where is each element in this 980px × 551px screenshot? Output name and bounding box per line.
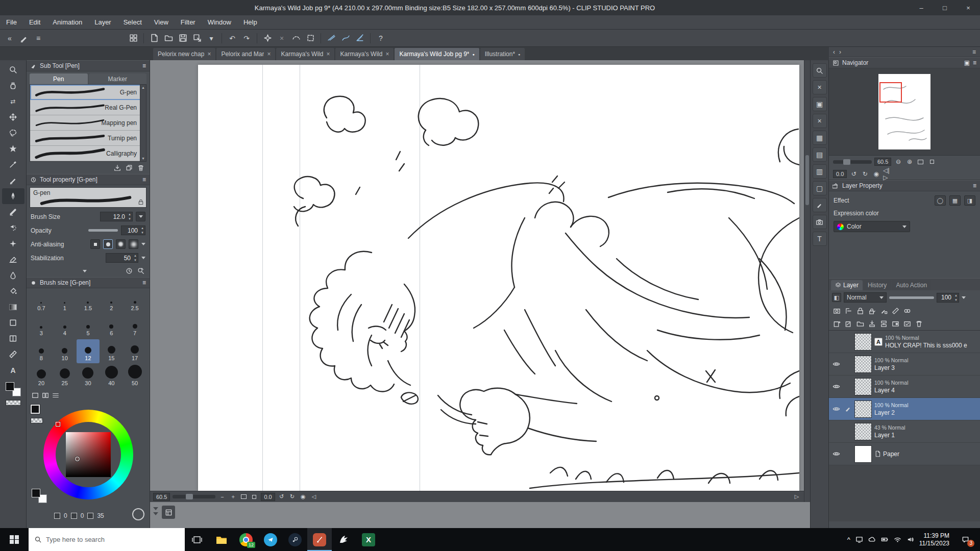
- palette-menu-icon[interactable]: ≡: [142, 62, 146, 69]
- scrollbar-thumb[interactable]: [805, 155, 809, 205]
- nav-zoom-slider[interactable]: [833, 160, 872, 164]
- expression-color-dropdown[interactable]: Color: [834, 221, 910, 232]
- marker-tool-icon[interactable]: [2, 204, 24, 220]
- aa-caret-icon[interactable]: [141, 243, 145, 245]
- panel-expand-icon[interactable]: ▣: [964, 59, 970, 66]
- doc-tab[interactable]: Pelorix and Mar×: [216, 48, 275, 60]
- snap-ruler-icon[interactable]: [325, 32, 338, 45]
- rotate-ccw-icon[interactable]: ↺: [278, 493, 286, 501]
- menu-animation[interactable]: Animation: [46, 15, 88, 29]
- pen-tool-icon[interactable]: [2, 188, 24, 204]
- gradient-tool-icon[interactable]: [2, 299, 24, 315]
- eraser-tool-icon[interactable]: [2, 252, 24, 267]
- decoration-tool-icon[interactable]: [2, 236, 24, 252]
- scroll-left-icon[interactable]: ◁: [310, 493, 318, 501]
- aa-none-button[interactable]: [90, 239, 100, 249]
- open-file-icon[interactable]: [162, 32, 175, 45]
- layer-opacity-slider[interactable]: [889, 296, 934, 299]
- trash-icon[interactable]: [137, 164, 144, 171]
- nav-flip-horizontal-icon[interactable]: ◁|▷: [883, 169, 892, 178]
- visibility-toggle[interactable]: [831, 360, 841, 368]
- menu-help[interactable]: Help: [237, 15, 263, 29]
- layer-thumbnail[interactable]: [854, 445, 872, 463]
- size-cell[interactable]: 40: [100, 364, 123, 388]
- hue-ring[interactable]: [43, 410, 133, 499]
- saturation-value-icon[interactable]: [71, 513, 77, 519]
- vertical-scrollbar[interactable]: [804, 60, 810, 502]
- clip-studio-icon[interactable]: [127, 32, 140, 45]
- new-folder-icon[interactable]: [856, 320, 864, 328]
- link-icon[interactable]: [903, 307, 911, 315]
- export-icon[interactable]: [190, 32, 204, 45]
- transparent-color-swatch[interactable]: [6, 400, 21, 406]
- spinner-arrows-icon[interactable]: ▲▼: [128, 212, 131, 221]
- scroll-right-icon[interactable]: ▷: [793, 493, 801, 501]
- zoom-slider[interactable]: [173, 495, 215, 498]
- tray-clock[interactable]: 11:39 PM 11/15/2023: [919, 532, 949, 547]
- lasso-tool-icon[interactable]: [2, 125, 24, 141]
- start-button[interactable]: [0, 528, 29, 551]
- ruler-snap-icon[interactable]: [892, 307, 899, 315]
- hue-value-icon[interactable]: [54, 513, 60, 519]
- layer-row-selected[interactable]: 100 % Normal Layer 2: [829, 398, 980, 420]
- size-cell[interactable]: 3: [30, 314, 53, 338]
- brush-item[interactable]: G-pen: [30, 85, 146, 100]
- maximize-button[interactable]: □: [933, 0, 957, 15]
- rotate-cw-icon[interactable]: ↻: [288, 493, 297, 501]
- new-layer-icon[interactable]: [833, 320, 841, 328]
- size-cell[interactable]: 2.5: [123, 289, 146, 313]
- color-history-dial-icon[interactable]: [132, 508, 144, 520]
- select-border-icon[interactable]: [304, 32, 317, 45]
- opacity-slider[interactable]: [88, 229, 118, 232]
- steam-button[interactable]: [283, 528, 307, 551]
- reset-rotation-icon[interactable]: ◉: [299, 493, 307, 501]
- size-cell[interactable]: 17: [123, 339, 146, 363]
- menu-layer[interactable]: Layer: [88, 15, 117, 29]
- brightness-value-icon[interactable]: [87, 513, 93, 519]
- save-icon[interactable]: [176, 32, 189, 45]
- nav-rotation-value[interactable]: 0.0: [833, 170, 847, 178]
- effect-border-icon[interactable]: ◯: [935, 195, 946, 206]
- canvas-page[interactable]: [198, 65, 799, 491]
- pen-lock-icon[interactable]: [880, 307, 888, 315]
- brush-item[interactable]: Mapping pen: [30, 115, 146, 131]
- ruler-tool-icon[interactable]: [2, 346, 24, 362]
- opacity-input[interactable]: 100▲▼: [121, 226, 145, 235]
- quick-zoom-icon[interactable]: [813, 63, 827, 78]
- display-tray-icon[interactable]: [855, 536, 863, 543]
- apply-mask-icon[interactable]: [903, 320, 911, 328]
- opacity-caret-icon[interactable]: [962, 296, 966, 299]
- pen-settings-icon[interactable]: [17, 32, 31, 45]
- transparent-chip[interactable]: [31, 418, 43, 423]
- redo-icon[interactable]: ↷: [240, 32, 253, 45]
- size-cell[interactable]: 4: [53, 314, 77, 338]
- selection-launcher-icon[interactable]: [162, 506, 175, 519]
- main-sub-color-pair[interactable]: [32, 489, 47, 503]
- size-cell[interactable]: 50: [123, 364, 146, 388]
- size-cell[interactable]: 7: [123, 314, 146, 338]
- brush-item[interactable]: Turnip pen: [30, 131, 146, 146]
- size-cell[interactable]: 1.5: [77, 289, 100, 313]
- navigator-header[interactable]: Navigator ▣ ≡: [829, 57, 980, 68]
- aa-strong-button[interactable]: [129, 239, 138, 249]
- nav-rotate-ccw-icon[interactable]: ↺: [849, 169, 858, 178]
- chrome-button[interactable]: 12: [234, 528, 258, 551]
- spinner-arrows-icon[interactable]: ▲▼: [141, 226, 144, 235]
- delete-layer-icon[interactable]: [915, 320, 923, 328]
- nav-reset-rotation-icon[interactable]: ◉: [872, 169, 880, 178]
- rotation-value[interactable]: 0.0: [261, 493, 275, 501]
- menu-select[interactable]: Select: [117, 15, 148, 29]
- palette-menu-icon[interactable]: ≡: [32, 32, 45, 45]
- visibility-toggle[interactable]: [831, 405, 841, 413]
- layer-thumbnail[interactable]: [854, 333, 872, 350]
- brush-item[interactable]: Calligraphy: [30, 146, 146, 161]
- transfer-down-icon[interactable]: [868, 320, 876, 328]
- size-cell[interactable]: 10: [53, 339, 77, 363]
- zoom-value[interactable]: 60.5: [153, 493, 170, 501]
- canvas-viewport[interactable]: 60.5 − ＋ 0.0 ↺ ↻ ◉ ◁ ▷: [150, 60, 810, 528]
- minimize-button[interactable]: –: [910, 0, 933, 15]
- undo-icon[interactable]: ↶: [226, 32, 239, 45]
- layer-row[interactable]: 100 % Normal Layer 4: [829, 375, 980, 398]
- size-cell[interactable]: 25: [53, 364, 77, 388]
- collapse-left-icon[interactable]: «: [3, 32, 16, 45]
